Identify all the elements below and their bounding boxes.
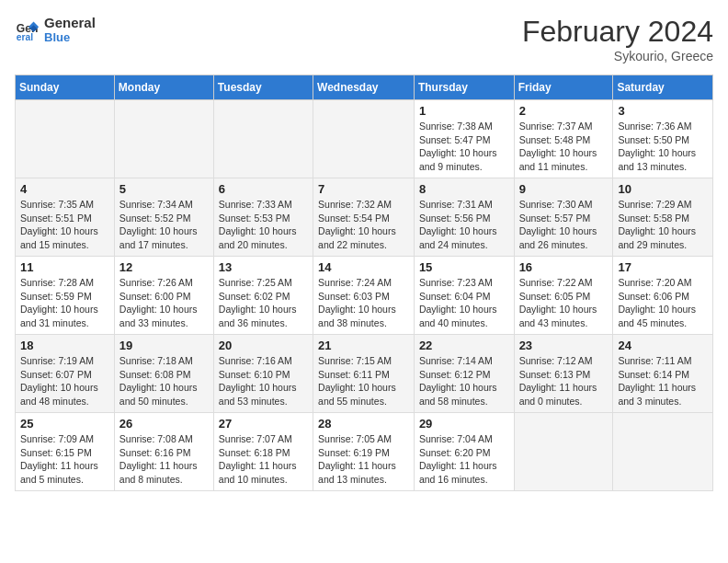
day-cell: 10Sunrise: 7:29 AM Sunset: 5:58 PM Dayli… xyxy=(613,178,713,257)
day-cell: 20Sunrise: 7:16 AM Sunset: 6:10 PM Dayli… xyxy=(213,335,313,413)
day-detail: Sunrise: 7:08 AM Sunset: 6:16 PM Dayligh… xyxy=(119,432,209,487)
day-cell: 5Sunrise: 7:34 AM Sunset: 5:52 PM Daylig… xyxy=(114,178,213,257)
day-number: 21 xyxy=(318,339,409,352)
day-detail: Sunrise: 7:31 AM Sunset: 5:56 PM Dayligh… xyxy=(419,198,509,252)
day-number: 2 xyxy=(519,104,609,118)
week-row-2: 4Sunrise: 7:35 AM Sunset: 5:51 PM Daylig… xyxy=(16,178,713,257)
day-number: 26 xyxy=(119,417,209,431)
day-cell: 19Sunrise: 7:18 AM Sunset: 6:08 PM Dayli… xyxy=(114,335,213,413)
day-number: 17 xyxy=(618,260,708,274)
day-cell: 18Sunrise: 7:19 AM Sunset: 6:07 PM Dayli… xyxy=(16,335,115,413)
svg-text:eral: eral xyxy=(17,32,33,42)
header-day-wednesday: Wednesday xyxy=(313,75,415,100)
day-cell: 21Sunrise: 7:15 AM Sunset: 6:11 PM Dayli… xyxy=(313,335,415,413)
day-cell: 14Sunrise: 7:24 AM Sunset: 6:03 PM Dayli… xyxy=(313,257,415,335)
day-cell: 27Sunrise: 7:07 AM Sunset: 6:18 PM Dayli… xyxy=(213,413,313,491)
day-cell: 28Sunrise: 7:05 AM Sunset: 6:19 PM Dayli… xyxy=(313,413,415,491)
day-number: 27 xyxy=(219,417,308,431)
calendar-table: SundayMondayTuesdayWednesdayThursdayFrid… xyxy=(15,75,713,491)
day-detail: Sunrise: 7:12 AM Sunset: 6:13 PM Dayligh… xyxy=(519,354,609,408)
day-cell xyxy=(114,100,213,178)
day-cell xyxy=(213,100,313,178)
logo-general: General xyxy=(44,15,96,30)
day-number: 6 xyxy=(219,182,308,196)
day-number: 9 xyxy=(519,182,609,196)
day-detail: Sunrise: 7:16 AM Sunset: 6:10 PM Dayligh… xyxy=(219,354,308,408)
day-detail: Sunrise: 7:07 AM Sunset: 6:18 PM Dayligh… xyxy=(219,432,308,487)
day-detail: Sunrise: 7:09 AM Sunset: 6:15 PM Dayligh… xyxy=(20,432,109,487)
day-cell: 25Sunrise: 7:09 AM Sunset: 6:15 PM Dayli… xyxy=(16,413,115,491)
header-day-thursday: Thursday xyxy=(414,75,514,100)
day-number: 28 xyxy=(318,417,409,431)
day-detail: Sunrise: 7:37 AM Sunset: 5:48 PM Dayligh… xyxy=(519,120,609,174)
header-day-sunday: Sunday xyxy=(16,75,115,100)
day-detail: Sunrise: 7:11 AM Sunset: 6:14 PM Dayligh… xyxy=(618,354,708,408)
day-cell: 8Sunrise: 7:31 AM Sunset: 5:56 PM Daylig… xyxy=(414,178,514,257)
day-cell xyxy=(613,413,713,491)
day-detail: Sunrise: 7:30 AM Sunset: 5:57 PM Dayligh… xyxy=(519,198,609,252)
day-number: 14 xyxy=(318,260,409,274)
day-number: 19 xyxy=(119,339,209,352)
day-detail: Sunrise: 7:29 AM Sunset: 5:58 PM Dayligh… xyxy=(618,198,708,252)
day-cell: 24Sunrise: 7:11 AM Sunset: 6:14 PM Dayli… xyxy=(613,335,713,413)
day-detail: Sunrise: 7:38 AM Sunset: 5:47 PM Dayligh… xyxy=(419,120,509,174)
day-cell xyxy=(514,413,613,491)
logo-blue: Blue xyxy=(44,30,96,44)
day-cell: 15Sunrise: 7:23 AM Sunset: 6:04 PM Dayli… xyxy=(414,257,514,335)
day-detail: Sunrise: 7:32 AM Sunset: 5:54 PM Dayligh… xyxy=(318,198,409,252)
day-number: 15 xyxy=(419,260,509,274)
day-number: 3 xyxy=(618,104,708,118)
location-subtitle: Sykourio, Greece xyxy=(522,49,713,63)
page-header: Gen eral General Blue February 2024 Syko… xyxy=(15,15,713,63)
week-row-5: 25Sunrise: 7:09 AM Sunset: 6:15 PM Dayli… xyxy=(16,413,713,491)
day-detail: Sunrise: 7:35 AM Sunset: 5:51 PM Dayligh… xyxy=(20,198,109,252)
week-row-1: 1Sunrise: 7:38 AM Sunset: 5:47 PM Daylig… xyxy=(16,100,713,178)
header-day-saturday: Saturday xyxy=(613,75,713,100)
day-detail: Sunrise: 7:36 AM Sunset: 5:50 PM Dayligh… xyxy=(618,120,708,174)
day-detail: Sunrise: 7:19 AM Sunset: 6:07 PM Dayligh… xyxy=(20,354,109,408)
day-number: 7 xyxy=(318,182,409,196)
day-cell: 4Sunrise: 7:35 AM Sunset: 5:51 PM Daylig… xyxy=(16,178,115,257)
day-detail: Sunrise: 7:04 AM Sunset: 6:20 PM Dayligh… xyxy=(419,432,509,487)
day-number: 18 xyxy=(20,339,109,352)
day-detail: Sunrise: 7:14 AM Sunset: 6:12 PM Dayligh… xyxy=(419,354,509,408)
day-cell: 6Sunrise: 7:33 AM Sunset: 5:53 PM Daylig… xyxy=(213,178,313,257)
week-row-4: 18Sunrise: 7:19 AM Sunset: 6:07 PM Dayli… xyxy=(16,335,713,413)
header-day-friday: Friday xyxy=(514,75,613,100)
day-detail: Sunrise: 7:05 AM Sunset: 6:19 PM Dayligh… xyxy=(318,432,409,487)
day-detail: Sunrise: 7:24 AM Sunset: 6:03 PM Dayligh… xyxy=(318,276,409,330)
day-number: 8 xyxy=(419,182,509,196)
day-number: 29 xyxy=(419,417,509,431)
day-cell: 2Sunrise: 7:37 AM Sunset: 5:48 PM Daylig… xyxy=(514,100,613,178)
day-cell: 12Sunrise: 7:26 AM Sunset: 6:00 PM Dayli… xyxy=(114,257,213,335)
logo-icon: Gen eral xyxy=(15,17,40,42)
day-detail: Sunrise: 7:15 AM Sunset: 6:11 PM Dayligh… xyxy=(318,354,409,408)
day-number: 4 xyxy=(20,182,109,196)
day-cell: 1Sunrise: 7:38 AM Sunset: 5:47 PM Daylig… xyxy=(414,100,514,178)
day-number: 23 xyxy=(519,339,609,352)
week-row-3: 11Sunrise: 7:28 AM Sunset: 5:59 PM Dayli… xyxy=(16,257,713,335)
day-number: 10 xyxy=(618,182,708,196)
day-cell xyxy=(313,100,415,178)
day-cell: 29Sunrise: 7:04 AM Sunset: 6:20 PM Dayli… xyxy=(414,413,514,491)
day-detail: Sunrise: 7:20 AM Sunset: 6:06 PM Dayligh… xyxy=(618,276,708,330)
day-cell: 17Sunrise: 7:20 AM Sunset: 6:06 PM Dayli… xyxy=(613,257,713,335)
day-cell: 16Sunrise: 7:22 AM Sunset: 6:05 PM Dayli… xyxy=(514,257,613,335)
day-number: 1 xyxy=(419,104,509,118)
day-detail: Sunrise: 7:22 AM Sunset: 6:05 PM Dayligh… xyxy=(519,276,609,330)
day-cell: 13Sunrise: 7:25 AM Sunset: 6:02 PM Dayli… xyxy=(213,257,313,335)
day-number: 20 xyxy=(219,339,308,352)
day-number: 25 xyxy=(20,417,109,431)
day-number: 24 xyxy=(618,339,708,352)
day-detail: Sunrise: 7:23 AM Sunset: 6:04 PM Dayligh… xyxy=(419,276,509,330)
day-number: 16 xyxy=(519,260,609,274)
title-area: February 2024 Sykourio, Greece xyxy=(522,15,713,63)
calendar-body: 1Sunrise: 7:38 AM Sunset: 5:47 PM Daylig… xyxy=(16,100,713,491)
header-day-monday: Monday xyxy=(114,75,213,100)
day-detail: Sunrise: 7:28 AM Sunset: 5:59 PM Dayligh… xyxy=(20,276,109,330)
day-cell: 11Sunrise: 7:28 AM Sunset: 5:59 PM Dayli… xyxy=(16,257,115,335)
calendar-header: SundayMondayTuesdayWednesdayThursdayFrid… xyxy=(16,75,713,100)
day-detail: Sunrise: 7:33 AM Sunset: 5:53 PM Dayligh… xyxy=(219,198,308,252)
day-detail: Sunrise: 7:26 AM Sunset: 6:00 PM Dayligh… xyxy=(119,276,209,330)
day-cell: 22Sunrise: 7:14 AM Sunset: 6:12 PM Dayli… xyxy=(414,335,514,413)
